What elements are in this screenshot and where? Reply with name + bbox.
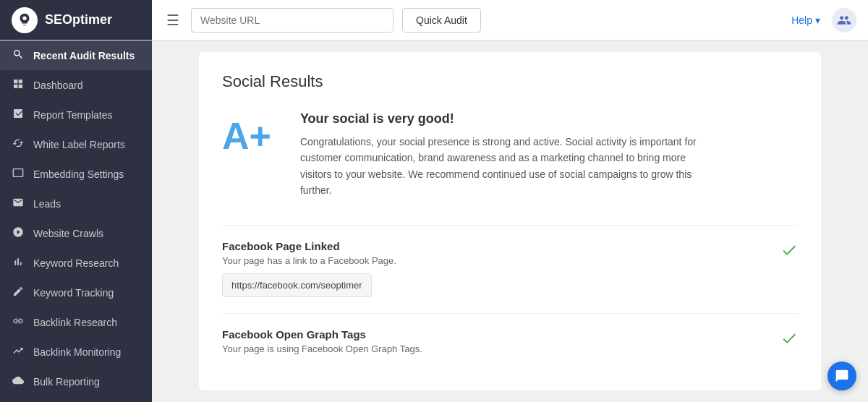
content-area: Social Results A+ Your social is very go…: [152, 40, 868, 402]
check-header-facebook-page-linked: Facebook Page Linked Your page has a lin…: [222, 240, 798, 297]
recent-audit-results-icon: [12, 48, 25, 62]
check-pass-icon-facebook-open-graph: [780, 330, 798, 351]
quick-audit-button[interactable]: Quick Audit: [402, 8, 481, 33]
checks-container: Facebook Page Linked Your page has a lin…: [222, 225, 798, 370]
sidebar-item-recent-audit-results[interactable]: Recent Audit Results: [0, 40, 152, 70]
check-desc-facebook-open-graph: Your page is using Facebook Open Graph T…: [222, 343, 422, 354]
grade-heading: Your social is very good!: [300, 111, 705, 127]
check-url-facebook-page-linked: https://facebook.com/seoptimer: [222, 273, 372, 297]
grade-letter: A+: [222, 111, 271, 155]
sidebar-item-leads[interactable]: Leads: [0, 189, 152, 218]
grade-content: Your social is very good! Congratulation…: [300, 111, 705, 199]
website-crawls-icon: [12, 226, 25, 240]
check-pass-icon-facebook-page-linked: [780, 241, 798, 263]
grade-text: Congratulations, your social presence is…: [300, 134, 705, 199]
sidebar-label-report-templates: Report Templates: [33, 109, 112, 121]
sidebar-label-backlink-research: Backlink Research: [33, 317, 117, 328]
main-layout: Recent Audit Results Dashboard Report Te…: [0, 40, 868, 402]
help-button[interactable]: Help ▾: [791, 14, 820, 26]
content-card: Social Results A+ Your social is very go…: [199, 52, 821, 390]
backlink-research-icon: [12, 315, 25, 329]
sidebar-label-keyword-research: Keyword Research: [33, 257, 119, 269]
sidebar-item-website-crawls[interactable]: Website Crawls: [0, 218, 152, 248]
sidebar-label-backlink-monitoring: Backlink Monitoring: [33, 346, 121, 358]
check-item-facebook-open-graph: Facebook Open Graph Tags Your page is us…: [222, 313, 798, 370]
sidebar-label-recent-audit-results: Recent Audit Results: [33, 50, 135, 61]
topbar-content: ☰ Quick Audit: [152, 8, 791, 33]
check-title-facebook-page-linked: Facebook Page Linked: [222, 240, 396, 252]
logo-area: SEOptimer: [0, 0, 152, 40]
sidebar-item-keyword-research[interactable]: Keyword Research: [0, 248, 152, 278]
url-input[interactable]: [191, 8, 393, 33]
check-left-facebook-open-graph: Facebook Open Graph Tags Your page is us…: [222, 328, 422, 354]
sidebar-item-dashboard[interactable]: Dashboard: [0, 70, 152, 100]
logo-icon: [12, 7, 38, 33]
sidebar-item-white-label-reports[interactable]: White Label Reports: [0, 129, 152, 159]
keyword-tracking-icon: [12, 286, 25, 299]
sidebar-item-backlink-research[interactable]: Backlink Research: [0, 307, 152, 337]
keyword-research-icon: [12, 256, 25, 270]
chat-button[interactable]: [827, 362, 856, 390]
social-grade-block: A+ Your social is very good! Congratulat…: [222, 111, 798, 199]
sidebar: Recent Audit Results Dashboard Report Te…: [0, 40, 152, 402]
report-templates-icon: [12, 108, 25, 121]
topbar-right: Help ▾: [791, 8, 868, 33]
section-title: Social Results: [222, 72, 798, 91]
sidebar-label-bulk-reporting: Bulk Reporting: [33, 376, 100, 388]
svg-point-0: [22, 16, 27, 20]
sidebar-label-embedding-settings: Embedding Settings: [33, 168, 124, 180]
sidebar-label-keyword-tracking: Keyword Tracking: [33, 287, 114, 299]
embedding-settings-icon: [12, 167, 25, 181]
white-label-reports-icon: [12, 137, 25, 151]
topbar: SEOptimer ☰ Quick Audit Help ▾: [0, 0, 868, 40]
check-title-facebook-open-graph: Facebook Open Graph Tags: [222, 328, 422, 341]
sidebar-label-white-label-reports: White Label Reports: [33, 139, 125, 150]
sidebar-label-leads: Leads: [33, 198, 61, 210]
hamburger-icon[interactable]: ☰: [163, 9, 182, 32]
dashboard-icon: [12, 78, 25, 92]
sidebar-item-report-templates[interactable]: Report Templates: [0, 100, 152, 129]
check-left-facebook-page-linked: Facebook Page Linked Your page has a lin…: [222, 240, 396, 297]
check-header-facebook-open-graph: Facebook Open Graph Tags Your page is us…: [222, 328, 798, 354]
check-desc-facebook-page-linked: Your page has a link to a Facebook Page.: [222, 255, 396, 266]
sidebar-item-embedding-settings[interactable]: Embedding Settings: [0, 159, 152, 189]
sidebar-item-backlink-monitoring[interactable]: Backlink Monitoring: [0, 337, 152, 367]
sidebar-label-website-crawls: Website Crawls: [33, 228, 103, 239]
leads-icon: [12, 197, 25, 210]
check-item-facebook-page-linked: Facebook Page Linked Your page has a lin…: [222, 225, 798, 313]
sidebar-item-keyword-tracking[interactable]: Keyword Tracking: [0, 278, 152, 307]
sidebar-item-bulk-reporting[interactable]: Bulk Reporting: [0, 367, 152, 396]
users-icon[interactable]: [832, 8, 856, 33]
logo-text: SEOptimer: [45, 12, 112, 27]
sidebar-label-dashboard: Dashboard: [33, 80, 83, 91]
backlink-monitoring-icon: [12, 345, 25, 359]
bulk-reporting-icon: [12, 375, 25, 388]
